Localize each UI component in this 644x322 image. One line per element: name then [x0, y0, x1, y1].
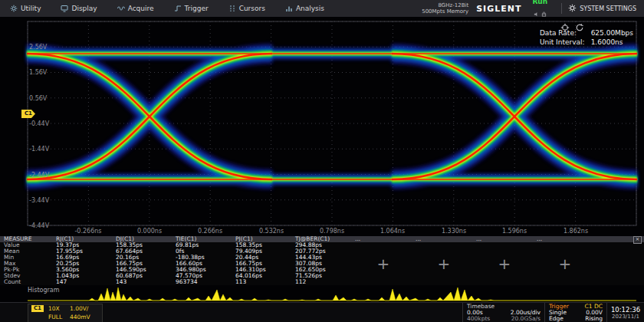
add-measurement-button[interactable]: + — [376, 256, 391, 271]
menu-trigger[interactable]: Trigger — [164, 0, 219, 17]
memory-depth: 400kpts — [467, 316, 490, 322]
x-axis-label: 1.596ns — [496, 228, 533, 235]
x-axis-label: 1.330ns — [435, 228, 472, 235]
status-bar-spacer — [103, 303, 462, 322]
menu-display-label: Display — [71, 5, 97, 12]
row-label: Count — [0, 279, 54, 285]
sample-rate: 20.0GSa/s — [511, 316, 540, 322]
crosshair-icon[interactable] — [560, 21, 570, 35]
status-bar: C1 10X 1.00V/ FULL 440mV Timebase 0.00s … — [0, 302, 644, 322]
trigger-icon — [174, 5, 182, 12]
waveform-display[interactable]: 2.56V 1.56V 0.56V -0.44V -1.44V -2.44V -… — [0, 17, 644, 236]
channel-badge: C1 — [31, 305, 44, 312]
table-header-empty[interactable]: ... — [534, 236, 595, 242]
menu-acquire[interactable]: Acquire — [107, 0, 164, 17]
trigger-type: Edge — [549, 316, 564, 322]
gear-icon — [568, 4, 577, 14]
table-header-empty[interactable]: ... — [474, 236, 534, 242]
trigger-box[interactable]: Trigger C1 DC Single 0.00V Edge Rising — [544, 303, 606, 322]
add-measurement-button[interactable]: + — [557, 256, 573, 271]
menu-utility-label: Utility — [21, 5, 41, 12]
table-row: Mean 17.955ps 67.664ps 0fs 79.409ps 207.… — [0, 248, 644, 255]
menu-bar: Utility Display Acquire Trigger Cursors … — [0, 0, 644, 18]
table-row: Pk-Pk 3.560ps 146.590ps 346.980ps 146.31… — [0, 267, 644, 273]
data-rate-value: 625.00Mbps — [591, 29, 633, 37]
add-measurement-button[interactable]: + — [497, 256, 512, 271]
bandwidth-limit: FULL — [48, 314, 70, 320]
table-header-empty[interactable]: ... — [353, 236, 413, 242]
x-axis-label: 0.266ns — [192, 228, 228, 235]
cell: 112 — [293, 279, 353, 285]
cell: 963734 — [173, 279, 233, 285]
menu-bar-right: 8GHz-12Bit 500Mpts Memory SIGLENT Run SY… — [422, 0, 644, 17]
probe-ratio: 10X — [48, 305, 70, 312]
menu-analysis-label: Analysis — [296, 5, 324, 12]
menu-utility[interactable]: Utility — [0, 0, 51, 17]
menu-display[interactable]: Display — [51, 0, 107, 17]
add-measurement-button[interactable]: + — [436, 256, 452, 271]
y-axis-label: -0.44V — [29, 120, 49, 127]
vertical-offset: 440mV — [70, 314, 99, 320]
bandwidth-label: 8GHz-12Bit — [422, 2, 468, 8]
y-axis-label: 2.56V — [29, 44, 47, 51]
table-row: Count 147 143 963734 113 112 — [0, 279, 644, 285]
y-axis-label: -1.44V — [29, 146, 49, 153]
memory-label: 500Mpts Memory — [422, 8, 468, 15]
plot-tool-icons — [560, 21, 584, 35]
menu-analysis[interactable]: Analysis — [275, 0, 334, 17]
y-axis-label: 0.56V — [29, 95, 47, 102]
channel-box[interactable]: C1 10X 1.00V/ FULL 440mV — [28, 304, 103, 322]
table-header-empty[interactable]: ... — [413, 236, 474, 242]
system-settings-button[interactable]: SYSTEM SETTINGS — [568, 4, 644, 14]
close-icon[interactable]: × — [633, 236, 642, 244]
oscilloscope-screen: Utility Display Acquire Trigger Cursors … — [0, 0, 644, 322]
trigger-slope: Rising — [585, 316, 603, 322]
timebase-box[interactable]: Timebase 0.00s 2.00us/div 400kpts 20.0GS… — [462, 303, 544, 322]
measure-table: MEASURE RJ(C1) DJ(C1) TIE(C1) PJ(C1) TJ@… — [0, 236, 644, 285]
x-axis-label: -0.266ns — [70, 228, 107, 235]
analysis-icon — [285, 5, 293, 12]
x-axis-label: 1.064ns — [374, 228, 411, 235]
cell: 147 — [54, 279, 113, 285]
unit-interval-label: Unit Interval: — [540, 38, 585, 46]
cell: 113 — [233, 279, 293, 285]
date-display: 2023/11/1 — [612, 314, 639, 320]
vertical-scale: 1.00V/ — [70, 305, 99, 312]
y-axis-label: 1.56V — [29, 69, 47, 76]
brand-logo: SIGLENT — [476, 4, 521, 14]
table-row: Stdev 1.043ps 60.687ps 47.570ps 64.016ps… — [0, 273, 644, 279]
x-axis-label: 1.862ns — [557, 228, 594, 235]
divider — [561, 3, 562, 14]
x-axis-label: 0.798ns — [314, 228, 350, 235]
table-header-row: MEASURE RJ(C1) DJ(C1) TIE(C1) PJ(C1) TJ@… — [0, 236, 644, 242]
time-display: 10:12:36 — [611, 306, 640, 314]
unit-interval-value: 1.6000ns — [591, 38, 633, 46]
eye-info-box: Data Rate: 625.00Mbps Unit Interval: 1.6… — [540, 29, 633, 46]
eye-diagram-display — [0, 17, 644, 236]
acquire-icon — [117, 5, 125, 12]
y-axis-label: -2.44V — [29, 172, 49, 179]
menu-cursors[interactable]: Cursors — [219, 0, 275, 17]
histogram-panel: Histogram — [0, 285, 644, 302]
x-axis-label: 0.532ns — [253, 228, 290, 235]
system-settings-label: SYSTEM SETTINGS — [580, 5, 636, 12]
display-icon — [61, 5, 68, 12]
utility-icon — [10, 5, 18, 12]
menu-cursors-label: Cursors — [239, 5, 265, 12]
cell: 143 — [113, 279, 173, 285]
x-axis-label: 0.000ns — [131, 228, 168, 235]
refresh-icon[interactable] — [575, 21, 584, 35]
table-row: Min 16.69ps 20.16ps -180.38ps 20.44ps 14… — [0, 255, 644, 261]
cursors-icon — [228, 5, 236, 12]
clock: 10:12:36 2023/11/1 — [606, 303, 644, 322]
menu-trigger-label: Trigger — [185, 5, 209, 12]
menu-acquire-label: Acquire — [128, 5, 154, 12]
y-axis-label: -4.44V — [29, 222, 49, 229]
acquisition-info: 8GHz-12Bit 500Mpts Memory — [422, 2, 468, 15]
tie-histogram — [0, 285, 644, 302]
y-axis-label: -3.44V — [29, 197, 49, 204]
